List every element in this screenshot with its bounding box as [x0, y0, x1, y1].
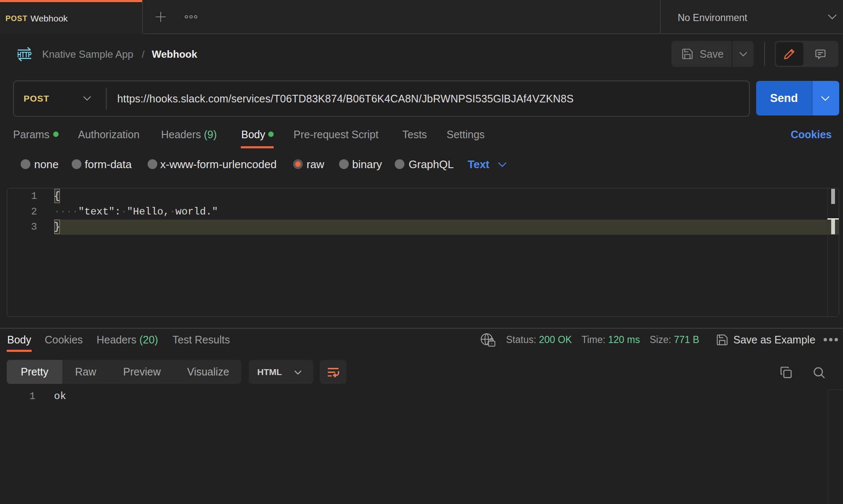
svg-text:HTTP: HTTP — [17, 50, 32, 59]
